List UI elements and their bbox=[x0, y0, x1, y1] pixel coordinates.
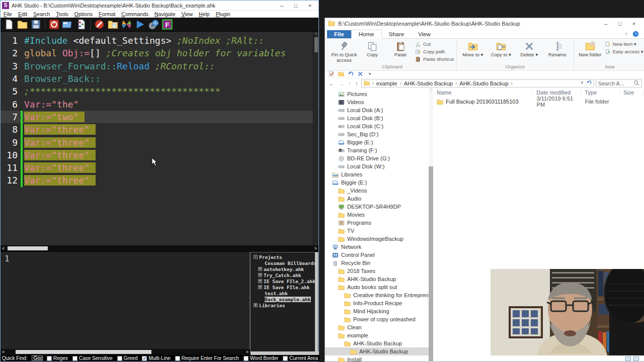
code-line-8[interactable]: 8Var:="three" bbox=[1, 123, 318, 136]
code-line-1[interactable]: 1#Include <default_Settings> ;NoIndex ;R… bbox=[1, 34, 318, 47]
column-header-name[interactable]: Name bbox=[433, 89, 533, 96]
ribbon-paste-shortcut-button[interactable]: Paste shortcut bbox=[415, 55, 454, 63]
code-line-5[interactable]: 5;*********************************** bbox=[1, 85, 318, 98]
code-line-12[interactable]: 12Var:="three" bbox=[1, 174, 318, 187]
run-power-icon[interactable] bbox=[48, 19, 60, 31]
sidebar-item-clean[interactable]: Clean bbox=[325, 323, 429, 331]
project-item-try-catch-ahk[interactable]: +Try_Catch.ahk bbox=[252, 272, 313, 278]
column-header-date-modified[interactable]: Date modified bbox=[533, 89, 581, 96]
explorer-minimize-button[interactable]: – bbox=[599, 21, 613, 27]
sidebar-item-mind-hijacking[interactable]: Mind Hijacking bbox=[325, 307, 429, 315]
sidebar-scroll-thumb[interactable] bbox=[429, 166, 433, 361]
sidebar-item-tv[interactable]: TV bbox=[325, 227, 429, 235]
address-dropdown-icon[interactable]: ▾ bbox=[581, 80, 583, 86]
sidebar-item-audo-books-split-out[interactable]: Audo books split out bbox=[325, 283, 429, 291]
sidebar-item-creative-thinking-for-entrepreneurs[interactable]: Creative thinking for Entrepreneurs bbox=[325, 291, 429, 299]
ahk-close-button[interactable]: × bbox=[303, 3, 317, 9]
ribbon-paste-button[interactable]: Paste bbox=[387, 39, 414, 64]
project-item-cossman-billboards-txt[interactable]: Cossman Billboards.txt bbox=[252, 260, 313, 266]
sidebar-item-movies[interactable]: Movies bbox=[325, 211, 429, 219]
scroll-thumb[interactable] bbox=[8, 246, 48, 250]
ahk-minimize-button[interactable]: – bbox=[275, 3, 289, 9]
folder-icon[interactable] bbox=[338, 70, 344, 79]
tray-window-icon[interactable] bbox=[625, 356, 631, 361]
sidebar-item-biggie-e[interactable]: Biggie (E:) bbox=[325, 138, 429, 146]
msn-butterfly-icon[interactable] bbox=[120, 19, 133, 31]
projects-horizontal-scrollbar[interactable] bbox=[251, 351, 319, 355]
tree-expander-icon[interactable]: + bbox=[254, 303, 258, 307]
tree-expander-icon[interactable]: + bbox=[258, 273, 262, 277]
tree-expander-icon[interactable]: - bbox=[254, 255, 258, 259]
ahk-maximize-button[interactable]: □ bbox=[289, 3, 303, 9]
crumb-ahk-studio-backup[interactable]: AHK-Studio Backup bbox=[459, 80, 508, 86]
sidebar-item-network[interactable]: Network bbox=[325, 243, 429, 251]
project-item-test-ahk[interactable]: test.ahk bbox=[252, 290, 313, 296]
sidebar-item-videos[interactable]: _Videos bbox=[325, 187, 429, 195]
menu-navigate[interactable]: Navigate bbox=[154, 11, 175, 17]
scroll-right-icon[interactable]: > bbox=[246, 349, 249, 354]
breadcrumb[interactable]: ›example›AHK-Studio Backup›AHK-Studio Ba… bbox=[361, 79, 595, 87]
open-folder-icon[interactable] bbox=[16, 19, 29, 31]
ribbon-cut-button[interactable]: Cut bbox=[415, 40, 454, 48]
checkbox-regex[interactable]: Regex bbox=[47, 355, 68, 361]
prop-check-icon[interactable] bbox=[329, 70, 335, 79]
code-line-3[interactable]: 3Browser_Forward::Reload ;RControl:: bbox=[1, 60, 318, 72]
menu-commands[interactable]: Commands bbox=[121, 11, 148, 17]
menu-view[interactable]: View bbox=[181, 11, 193, 17]
checkbox-case-sensitive[interactable]: Case Sensitive bbox=[72, 355, 113, 361]
code-line-10[interactable]: 10Var:="three" bbox=[1, 149, 318, 161]
menu-search[interactable]: Search bbox=[33, 11, 50, 17]
sidebar-item-local-disk-c[interactable]: Local Disk (C:) bbox=[325, 122, 429, 130]
menu-tools[interactable]: Tools bbox=[56, 11, 68, 17]
sidebar-item-info-product-recipe[interactable]: Info-Product Recipe bbox=[325, 299, 429, 307]
project-item-projects[interactable]: -Projects bbox=[252, 254, 313, 260]
file-row-full-backup-20190311185103[interactable]: Full Backup 201903111851033/11/2019 6:51… bbox=[433, 97, 644, 106]
scroll-up-icon[interactable]: ^ bbox=[430, 88, 432, 92]
stop-block-icon[interactable] bbox=[93, 19, 106, 31]
run-play-icon[interactable] bbox=[134, 19, 146, 31]
project-item-back-example-ahk[interactable]: Back_example.ahk bbox=[252, 296, 313, 302]
sidebar-item-local-disk-a[interactable]: Local Disk (A:) bbox=[325, 106, 429, 114]
sidebar-item-programs[interactable]: Programs bbox=[325, 219, 429, 227]
code-line-9[interactable]: 9Var:="three" bbox=[1, 136, 318, 148]
crumb-example[interactable]: example bbox=[376, 80, 397, 86]
sidebar-item-ahk-studio-backup[interactable]: AHK-Studio Backup bbox=[325, 275, 429, 283]
flash-f-icon[interactable]: F bbox=[161, 19, 174, 31]
code-editor[interactable]: 1#Include <default_Settings> ;NoIndex ;R… bbox=[1, 32, 318, 245]
sidebar-item-videos[interactable]: Videos bbox=[325, 98, 429, 106]
folder-script-icon[interactable] bbox=[107, 19, 119, 31]
tree-expander-icon[interactable]: + bbox=[258, 285, 262, 289]
code-line-6[interactable]: 6Var:="the" bbox=[1, 98, 318, 110]
tree-expander-icon[interactable]: + bbox=[258, 279, 262, 283]
scroll-thumb[interactable] bbox=[314, 37, 318, 52]
code-line-2[interactable]: 2global Obj:=[] ;Creates obj holder for … bbox=[1, 47, 318, 59]
search-box[interactable]: Search A... bbox=[596, 79, 642, 87]
checkbox-multi-line[interactable]: ✓Multi-Line bbox=[142, 355, 170, 361]
sidebar-item-ahk-studio-backup[interactable]: AHK-Studio Backup bbox=[325, 339, 429, 347]
scroll-right-icon[interactable]: > bbox=[314, 246, 317, 251]
tree-expander-icon[interactable]: + bbox=[258, 267, 262, 271]
ribbon-move-to-button[interactable]: Move to ▾ bbox=[459, 39, 487, 64]
menu-help[interactable]: Help bbox=[199, 11, 210, 17]
console-icon[interactable] bbox=[61, 19, 74, 31]
sidebar-item-local-disk-w[interactable]: Local Disk (W:) bbox=[325, 162, 429, 170]
up-icon[interactable]: ↑ bbox=[354, 80, 360, 86]
scroll-left-icon[interactable]: < bbox=[2, 349, 5, 354]
column-header-type[interactable]: Type bbox=[581, 89, 620, 96]
ribbon-pin-to-quick-access-button[interactable]: Pin to Quick access bbox=[331, 39, 358, 64]
checkbox-current-area[interactable]: Current Area bbox=[283, 355, 318, 361]
scroll-up-icon[interactable]: ^ bbox=[313, 32, 318, 36]
scroll-left-icon[interactable]: < bbox=[2, 246, 5, 251]
tray-window-icon[interactable] bbox=[633, 356, 639, 361]
project-item-autohotkey-ahk[interactable]: +autohotkey.ahk bbox=[252, 266, 313, 272]
web-settings-icon[interactable] bbox=[147, 19, 160, 31]
crumb-ahk-studio-backup[interactable]: AHK-Studio Backup bbox=[404, 80, 453, 86]
tab-view[interactable]: View bbox=[411, 30, 438, 38]
new-file-icon[interactable] bbox=[3, 19, 15, 31]
ribbon-rename-button[interactable]: Rename bbox=[544, 39, 571, 64]
editor-vertical-scrollbar[interactable]: ^ bbox=[313, 32, 318, 245]
explorer-maximize-button[interactable]: □ bbox=[613, 21, 627, 27]
help-icon[interactable]: ? bbox=[632, 31, 639, 38]
sidebar-item-audio[interactable]: Audio bbox=[325, 195, 429, 203]
checkbox-word-border[interactable]: Word Border bbox=[244, 355, 279, 361]
